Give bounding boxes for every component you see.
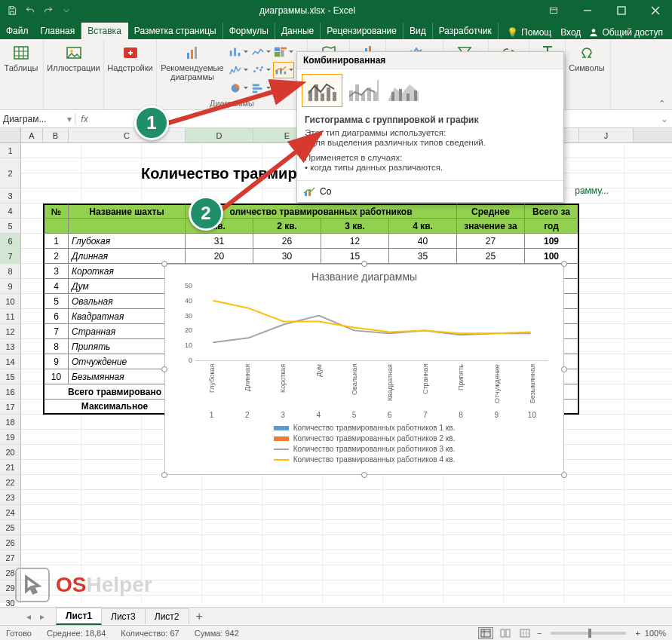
col-header-a[interactable]: A <box>21 128 43 142</box>
row-header[interactable]: 2 <box>0 158 20 188</box>
chart-resize-handle[interactable] <box>161 261 167 267</box>
row-header[interactable]: 19 <box>0 430 20 445</box>
row-header[interactable]: 24 <box>0 505 20 520</box>
hierarchy-chart-icon[interactable] <box>273 44 294 60</box>
statistical-chart-icon[interactable] <box>273 80 294 96</box>
pie-chart-icon[interactable] <box>228 80 249 96</box>
lightbulb-icon[interactable]: 💡 <box>507 27 518 38</box>
signin-link[interactable]: Вход <box>560 27 581 38</box>
ribbon-display-options-icon[interactable] <box>536 2 570 19</box>
name-box[interactable]: Диаграм...▾ <box>0 114 75 124</box>
save-icon[interactable] <box>5 2 20 19</box>
row-header[interactable]: 27 <box>0 550 20 565</box>
embedded-chart[interactable]: Название диаграммы 50 40 30 20 10 0 Глуб… <box>164 264 564 475</box>
row-header[interactable]: 18 <box>0 415 20 430</box>
worksheet-grid[interactable]: 1 2 3 4 5 6 7 8 9 10 11 12 13 14 15 16 1… <box>0 143 672 603</box>
redo-icon[interactable] <box>41 2 56 19</box>
col-header-b[interactable]: B <box>43 128 69 142</box>
chevron-down-icon[interactable]: ▾ <box>67 114 72 124</box>
close-button[interactable] <box>638 0 672 21</box>
line-chart-icon[interactable] <box>250 44 272 60</box>
page-break-view-icon[interactable] <box>517 627 532 639</box>
tab-review[interactable]: Рецензирование <box>321 23 404 39</box>
combo-chart-icon[interactable] <box>273 62 294 78</box>
recommended-charts-button[interactable]: Рекомендуемые диаграммы <box>160 42 225 81</box>
chart-resize-handle[interactable] <box>361 261 367 267</box>
row-header[interactable]: 7 <box>0 249 20 264</box>
row-header[interactable]: 5 <box>0 219 20 234</box>
row-header[interactable]: 6 <box>0 234 20 249</box>
row-header[interactable]: 16 <box>0 384 20 400</box>
chart-resize-handle[interactable] <box>561 366 567 372</box>
zoom-in-button[interactable]: + <box>635 629 640 638</box>
combo-clustered-column-line-thumb[interactable] <box>302 74 342 107</box>
sheet-tab[interactable]: Лист2 <box>145 608 189 624</box>
combo-stacked-area-column-thumb[interactable] <box>383 74 424 107</box>
sheet-tab[interactable]: Лист1 <box>56 608 102 625</box>
column-chart-icon[interactable] <box>228 44 249 60</box>
zoom-slider[interactable] <box>551 632 626 635</box>
row-header[interactable]: 12 <box>0 324 20 339</box>
formula-bar-expand-icon[interactable]: ⌄ <box>657 114 672 124</box>
tab-insert[interactable]: Вставка <box>81 23 128 39</box>
fx-icon[interactable]: fx <box>75 114 94 124</box>
select-all-corner[interactable] <box>0 128 21 142</box>
tab-page-layout[interactable]: Разметка страницы <box>128 23 223 39</box>
zoom-out-button[interactable]: − <box>537 629 542 638</box>
row-header[interactable]: 20 <box>0 445 20 460</box>
row-header[interactable]: 26 <box>0 535 20 550</box>
tab-file[interactable]: Файл <box>0 23 35 39</box>
waterfall-chart-icon[interactable] <box>228 62 249 78</box>
chart-plot-area[interactable]: 50 40 30 20 10 0 <box>195 286 548 361</box>
zoom-level[interactable]: 100% <box>645 629 666 638</box>
sheet-nav[interactable]: ◂▸ <box>23 611 48 622</box>
chart-resize-handle[interactable] <box>161 472 167 478</box>
cells-area[interactable]: Количество травмиро № Название шахты оли… <box>21 143 672 603</box>
bar-chart-icon[interactable] <box>250 80 272 96</box>
row-header[interactable]: 8 <box>0 264 20 279</box>
symbols-button[interactable]: Символы <box>569 42 605 72</box>
qat-dropdown-icon[interactable] <box>59 2 74 19</box>
tab-formulas[interactable]: Формулы <box>223 23 275 39</box>
row-header[interactable]: 11 <box>0 309 20 324</box>
chart-resize-handle[interactable] <box>161 366 167 372</box>
row-header[interactable]: 10 <box>0 294 20 309</box>
collapse-ribbon-icon[interactable]: ⌃ <box>654 97 669 109</box>
chart-resize-handle[interactable] <box>561 261 567 267</box>
tab-home[interactable]: Главная <box>35 23 82 39</box>
normal-view-icon[interactable] <box>478 627 493 639</box>
share-button[interactable]: Общий доступ <box>584 26 667 39</box>
row-header[interactable]: 21 <box>0 460 20 475</box>
minimize-button[interactable] <box>570 0 604 21</box>
tab-developer[interactable]: Разработчик <box>433 23 499 39</box>
row-header[interactable]: 9 <box>0 279 20 294</box>
scatter-chart-icon[interactable] <box>250 62 272 78</box>
tab-data[interactable]: Данные <box>275 23 321 39</box>
illustrations-button[interactable]: Иллюстрации <box>47 42 100 72</box>
tables-button[interactable]: Таблицы <box>3 42 39 72</box>
sheet-add-button[interactable]: + <box>189 610 210 623</box>
col-header-c[interactable]: C <box>69 128 186 142</box>
chart-resize-handle[interactable] <box>561 472 567 478</box>
maximize-button[interactable] <box>604 0 638 21</box>
chart-title[interactable]: Название диаграммы <box>165 265 563 286</box>
row-header[interactable]: 15 <box>0 369 20 384</box>
chart-legend[interactable]: Количество травмированных работников 1 к… <box>165 419 563 468</box>
row-header[interactable]: 13 <box>0 339 20 354</box>
sheet-tab[interactable]: Лист3 <box>101 608 146 624</box>
row-header[interactable]: 25 <box>0 520 20 535</box>
col-header-d[interactable]: D <box>186 128 253 142</box>
row-header[interactable]: 4 <box>0 204 20 219</box>
row-header[interactable]: 1 <box>0 143 20 158</box>
row-header[interactable]: 22 <box>0 475 20 490</box>
chart-resize-handle[interactable] <box>361 472 367 478</box>
row-header[interactable]: 17 <box>0 400 20 415</box>
undo-icon[interactable] <box>23 2 38 19</box>
addins-button[interactable]: Надстройки <box>107 42 153 72</box>
col-header-j[interactable]: J <box>579 128 634 142</box>
page-layout-view-icon[interactable] <box>498 627 513 639</box>
row-header[interactable]: 3 <box>0 188 20 204</box>
row-header[interactable]: 23 <box>0 490 20 505</box>
combo-create-custom-item[interactable]: Со <box>297 180 563 202</box>
help-hint[interactable]: Помощ <box>521 27 551 38</box>
